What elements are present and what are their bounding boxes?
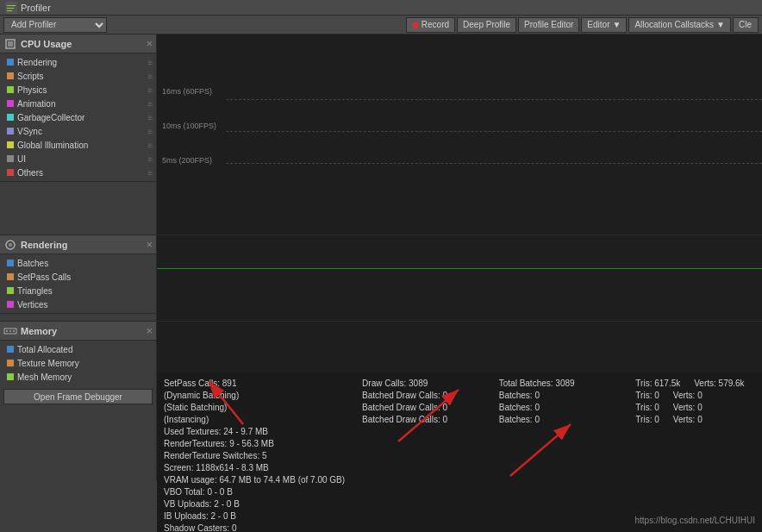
scripts-color [7,72,14,79]
gi-label: Global Illumination [17,141,88,150]
rendering-section-close[interactable]: × [146,238,153,251]
stats-col-2: Draw Calls: 3089 Batched Draw Calls: 0 B… [362,378,482,532]
clear-button[interactable]: Cle [733,17,759,33]
triangles-color [7,287,14,294]
cpu-section-close[interactable]: × [146,37,153,50]
cpu-item-animation[interactable]: Animation ≡ [0,97,156,110]
left-sidebar: CPU Usage × Rendering ≡ Scripts ≡ Physic… [0,34,157,235]
cpu-section: CPU Usage × Rendering ≡ Scripts ≡ Physic… [0,34,156,182]
rendering-item-setpass[interactable]: SetPass Calls [0,270,156,284]
rendering-item-batches[interactable]: Batches [0,256,156,270]
ui-color [7,155,14,162]
stats-tris-sta: Tris: 0 Verts: 0 [635,402,755,414]
stats-grid: SetPass Calls: 891 (Dynamic Batching) (S… [164,378,755,532]
cpu-item-vsync[interactable]: VSync ≡ [0,124,156,138]
stats-textures: Used Textures: 24 - 9.7 MB [164,426,345,438]
svg-rect-3 [7,10,12,11]
physics-handle: ≡ [147,85,153,95]
stats-screen: Screen: 1188x614 - 8.3 MB [164,462,345,474]
stats-col-3: Total Batches: 3089 Batches: 0 Batches: … [499,378,619,532]
others-label: Others [17,168,43,178]
scripts-handle: ≡ [147,72,153,81]
total-alloc-label: Total Allocated [17,345,73,354]
stats-vbup: VB Uploads: 2 - 0 B [164,498,345,510]
rendering-section: Rendering × Batches SetPass Calls Triang… [0,235,156,314]
gc-color [7,114,14,121]
rendering-handle: ≡ [147,58,153,67]
texture-mem-label: Texture Memory [17,359,79,368]
record-button[interactable]: Record [406,17,455,33]
profiler-app-icon [5,2,17,14]
memory-section-close[interactable]: × [146,324,153,337]
stats-static: (Static Batching) [164,402,345,414]
vsync-handle: ≡ [147,127,153,136]
deep-profile-button[interactable]: Deep Profile [457,17,516,33]
profile-editor-button[interactable]: Profile Editor [518,17,579,33]
cpu-item-gi[interactable]: Global Illumination ≡ [0,138,156,152]
fps-line-100 [226,131,762,132]
animation-handle: ≡ [147,99,153,109]
physics-color [7,86,14,93]
svg-rect-11 [13,330,15,332]
rendering-color [7,59,14,66]
fps200-label: 5ms (200FPS) [160,155,214,166]
gi-handle: ≡ [147,141,153,150]
rendering-item-vertices[interactable]: Vertices [0,297,156,311]
stats-batched-ins: Batched Draw Calls: 0 [362,414,482,426]
cpu-item-gc[interactable]: GarbageCollector ≡ [0,110,156,124]
memory-section-title: Memory [21,326,57,336]
svg-point-7 [9,243,12,247]
fps60-label: 16ms (60FPS) [160,86,214,97]
ui-label: UI [17,154,26,164]
scripts-label: Scripts [17,72,44,81]
stats-col-1: SetPass Calls: 891 (Dynamic Batching) (S… [164,378,345,532]
rendering-item-triangles[interactable]: Triangles [0,284,156,297]
cpu-item-scripts[interactable]: Scripts ≡ [0,69,156,83]
stats-tris-total: Tris: 617.5k Verts: 579.6k [635,378,755,390]
cpu-item-rendering[interactable]: Rendering ≡ [0,55,156,69]
vsync-color [7,128,14,135]
cpu-item-others[interactable]: Others ≡ [0,166,156,179]
toolbar: Add Profiler Record Deep Profile Profile… [0,16,762,34]
others-color [7,169,14,176]
setpass-label: SetPass Calls [17,272,71,282]
memory-item-texture[interactable]: Texture Memory [0,356,156,370]
editor-dropdown-button[interactable]: Editor ▼ [581,17,627,33]
stats-total-batches: Total Batches: 3089 [499,378,619,390]
svg-rect-10 [9,330,11,332]
stats-col-4: Tris: 617.5k Verts: 579.6k Tris: 0 Verts… [635,378,755,532]
animation-color [7,100,14,107]
stats-batches-sta: Batches: 0 [499,402,619,414]
gc-handle: ≡ [147,113,153,122]
stats-rendertex: RenderTextures: 9 - 56.3 MB [164,438,345,450]
allocation-chevron-icon: ▼ [716,20,725,29]
stats-drawcalls: Draw Calls: 3089 [362,378,482,390]
cpu-item-physics[interactable]: Physics ≡ [0,83,156,97]
app-title: Profiler [21,3,51,13]
cpu-item-ui[interactable]: UI ≡ [0,152,156,166]
allocation-callstacks-button[interactable]: Allocation Callstacks ▼ [628,17,731,33]
batches-color [7,260,14,266]
rendering-sidebar: Rendering × Batches SetPass Calls Triang… [0,235,157,321]
vsync-label: VSync [17,127,42,136]
cpu-section-icon [3,37,17,51]
stats-shadow: Shadow Casters: 0 [164,523,345,532]
stats-tris-dyn: Tris: 0 Verts: 0 [635,390,755,402]
rendering-label: Rendering [17,58,57,67]
stats-batched-sta: Batched Draw Calls: 0 [362,402,482,414]
stats-batches-dyn: Batches: 0 [499,390,619,402]
ui-handle: ≡ [147,154,153,164]
gc-label: GarbageCollector [17,113,84,122]
stats-ibup: IB Uploads: 2 - 0 B [164,510,345,523]
title-bar: Profiler [0,0,762,16]
physics-label: Physics [17,85,47,95]
cpu-section-header: CPU Usage × [0,34,156,53]
stats-vram: VRAM usage: 64.7 MB to 74.4 MB (of 7.00 … [164,474,345,486]
memory-item-total[interactable]: Total Allocated [0,342,156,356]
stats-batches-ins: Batches: 0 [499,414,619,426]
gi-color [7,141,14,148]
svg-rect-1 [7,5,16,6]
add-profiler-dropdown[interactable]: Add Profiler [3,17,107,33]
triangles-label: Triangles [17,286,53,296]
vertices-color [7,301,14,308]
